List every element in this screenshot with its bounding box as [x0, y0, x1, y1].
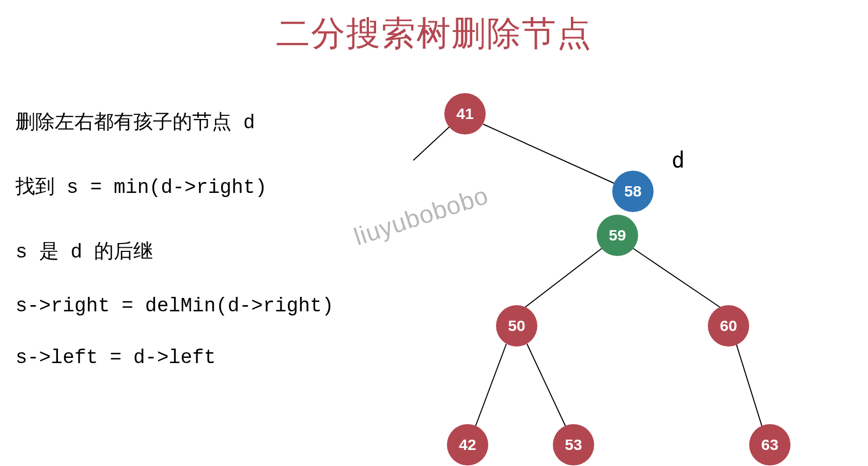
- edge-50-53: [527, 344, 566, 427]
- edge-41-58: [483, 124, 615, 184]
- edge-50-42: [475, 344, 506, 427]
- tree-edges: [0, 0, 868, 466]
- node-58: 58: [612, 171, 654, 212]
- node-42: 42: [447, 424, 488, 465]
- edge-59-60: [633, 248, 721, 308]
- edge-60-63: [736, 344, 762, 427]
- node-60: 60: [708, 305, 749, 347]
- node-63: 63: [749, 424, 791, 465]
- node-59: 59: [597, 215, 638, 256]
- edge-59-50: [524, 248, 602, 308]
- node-50: 50: [496, 305, 537, 347]
- node-41: 41: [444, 93, 486, 134]
- edge-41-leftstub: [413, 127, 450, 160]
- node-53: 53: [553, 424, 594, 465]
